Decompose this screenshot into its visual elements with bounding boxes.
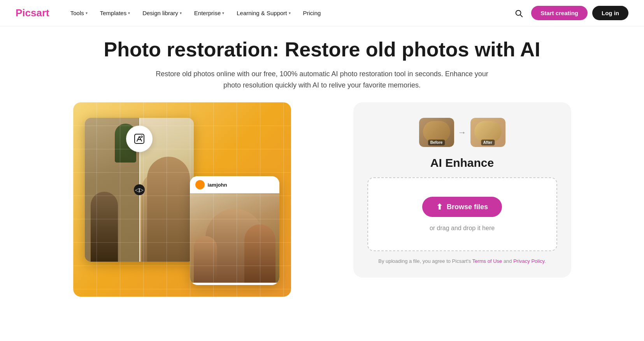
chevron-down-icon: ▾ [180,11,182,15]
before-after-row: Before → After [419,118,505,147]
chevron-down-icon: ▾ [222,11,224,15]
nav-item-pricing[interactable]: Pricing [298,7,326,19]
photo-background: ◁▷ [73,102,291,297]
privacy-policy-link[interactable]: Privacy Policy [513,258,544,264]
avatar [195,180,205,189]
enhance-icon-circle [126,126,153,152]
chevron-down-icon: ▾ [128,11,130,15]
person-silhouette-1 [141,172,176,262]
animal-after [474,121,502,142]
svg-line-1 [520,15,522,17]
person-silhouette-2 [147,157,190,262]
hero-section: Photo restoration: Restore old photos wi… [50,38,595,102]
nav-item-design-library[interactable]: Design library ▾ [137,7,187,19]
upload-icon: ⬆ [436,202,443,212]
ai-enhance-panel: Before → After AI Enhance ⬆ [353,102,571,278]
username-label: iamjohn [208,182,227,188]
upload-side: Before → After AI Enhance ⬆ [353,102,571,278]
ai-enhance-title: AI Enhance [430,156,494,170]
mobile-photo [190,193,279,283]
content-row: ◁▷ [50,102,595,312]
mobile-card-header: iamjohn [190,176,279,193]
logo-text: Picsart [16,7,49,19]
drag-drop-label: or drag and drop it here [430,225,495,232]
nav-item-templates[interactable]: Templates ▾ [95,7,135,19]
after-img-container: After [470,118,505,147]
dropzone[interactable]: ⬆ Browse files or drag and drop it here [367,177,557,251]
before-label: Before [428,140,445,145]
old-photo-card: ◁▷ [85,118,194,262]
animal-before [423,121,450,142]
nav-item-enterprise[interactable]: Enterprise ▾ [189,7,230,19]
search-icon [514,9,523,17]
hero-subtitle: Restore old photos online with our free,… [147,68,497,91]
nav-links: Tools ▾ Templates ▾ Design library ▾ Ent… [65,7,511,19]
logo[interactable]: Picsart [16,7,49,19]
nav-item-tools[interactable]: Tools ▾ [65,7,93,19]
after-image: After [470,118,505,147]
before-img-container: Before [419,118,454,147]
page-title: Photo restoration: Restore old photos wi… [65,38,579,61]
after-label: After [481,140,495,145]
illustration-side: ◁▷ [73,102,330,312]
split-arrow-icon: ◁▷ [134,184,145,195]
enhance-icon [133,133,146,145]
mobile-photo-person [205,209,264,283]
search-button[interactable] [511,5,526,21]
before-image: Before [419,118,454,147]
arrow-right-icon: → [458,128,467,138]
chevron-down-icon: ▾ [289,11,291,15]
nav-item-learning[interactable]: Learning & Support ▾ [231,7,296,19]
login-button[interactable]: Log in [592,6,628,20]
start-creating-button[interactable]: Start creating [531,6,588,20]
main-content: Photo restoration: Restore old photos wi… [0,26,644,312]
mobile-card: iamjohn [190,176,279,285]
browse-files-button[interactable]: ⬆ Browse files [422,197,502,217]
nav-right: Start creating Log in [511,5,628,21]
navbar: Picsart Tools ▾ Templates ▾ Design libra… [0,0,644,26]
chevron-down-icon: ▾ [86,11,88,15]
terms-text: By uploading a file, you agree to Picsar… [378,257,546,265]
terms-of-use-link[interactable]: Terms of Use [472,258,502,264]
